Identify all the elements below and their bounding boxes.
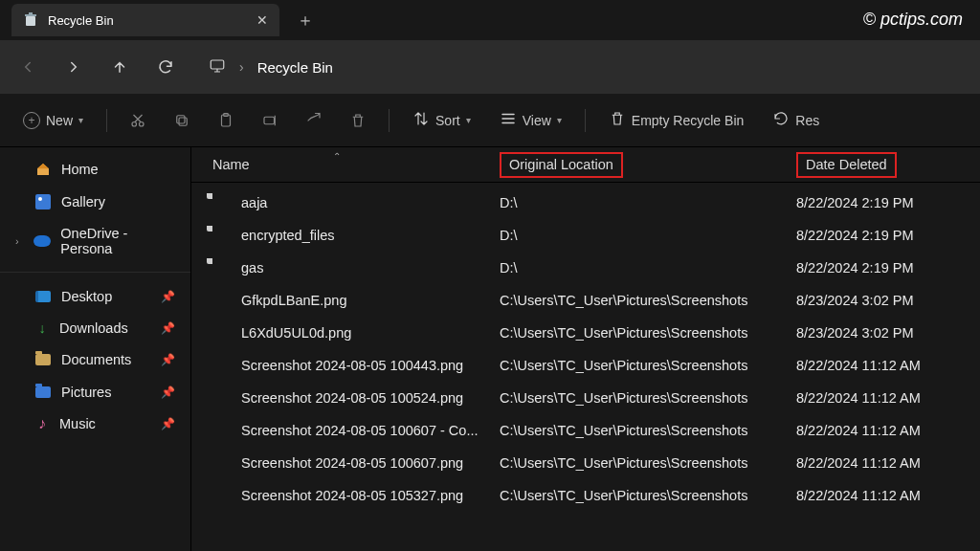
svg-rect-6 bbox=[179, 118, 187, 125]
sidebar-item-label: Documents bbox=[61, 352, 131, 367]
rename-button[interactable] bbox=[253, 106, 287, 135]
column-header-location[interactable]: Original Location bbox=[500, 157, 796, 172]
view-button[interactable]: View ▾ bbox=[490, 104, 571, 136]
refresh-button[interactable] bbox=[155, 56, 176, 77]
pin-icon: 📌 bbox=[161, 290, 175, 303]
sidebar-item-desktop[interactable]: Desktop 📌 bbox=[0, 280, 190, 313]
tab-bar: Recycle Bin ✕ ＋ bbox=[0, 0, 980, 40]
file-icon bbox=[212, 226, 232, 245]
forward-button[interactable] bbox=[63, 56, 84, 77]
svg-rect-10 bbox=[264, 117, 275, 124]
file-icon bbox=[212, 291, 232, 310]
up-button[interactable] bbox=[109, 56, 130, 77]
close-tab-button[interactable]: ✕ bbox=[256, 12, 268, 28]
file-icon bbox=[212, 486, 232, 505]
separator bbox=[585, 109, 586, 132]
file-icon bbox=[212, 356, 232, 375]
copy-button[interactable] bbox=[165, 106, 199, 135]
file-icon bbox=[212, 388, 232, 408]
file-date: 8/22/2024 11:12 AM bbox=[796, 358, 959, 373]
new-button[interactable]: + New ▾ bbox=[13, 106, 93, 135]
empty-label: Empty Recycle Bin bbox=[632, 113, 744, 128]
navigation-pane: Home Gallery › OneDrive - Persona Deskto… bbox=[0, 147, 191, 551]
file-row[interactable]: gasD:\8/22/2024 2:19 PM bbox=[191, 252, 980, 284]
file-row[interactable]: L6XdU5UL0d.pngC:\Users\TC_User\Pictures\… bbox=[191, 317, 980, 349]
pin-icon: 📌 bbox=[161, 386, 175, 399]
sort-icon bbox=[412, 110, 430, 130]
empty-recycle-bin-button[interactable]: Empty Recycle Bin bbox=[599, 104, 753, 136]
file-row[interactable]: aajaD:\8/22/2024 2:19 PM bbox=[191, 187, 980, 219]
cloud-icon bbox=[33, 232, 51, 250]
sort-label: Sort bbox=[435, 113, 460, 128]
sidebar-item-home[interactable]: Home bbox=[0, 153, 190, 186]
file-row[interactable]: GfkpdLBanE.pngC:\Users\TC_User\Pictures\… bbox=[191, 284, 980, 317]
file-row[interactable]: encrypted_filesD:\8/22/2024 2:19 PM bbox=[191, 219, 980, 252]
column-header-name[interactable]: Name ⌃ bbox=[212, 157, 500, 172]
sort-button[interactable]: Sort ▾ bbox=[403, 104, 480, 136]
file-location: C:\Users\TC_User\Pictures\Screenshots bbox=[500, 293, 796, 308]
tab-recycle-bin[interactable]: Recycle Bin ✕ bbox=[11, 4, 279, 36]
back-button[interactable] bbox=[17, 56, 38, 77]
sidebar-item-music[interactable]: ♪ Music 📌 bbox=[0, 408, 190, 439]
svg-rect-0 bbox=[26, 16, 35, 26]
plus-circle-icon: + bbox=[23, 112, 40, 129]
file-name: Screenshot 2024-08-05 105327.png bbox=[241, 488, 500, 503]
file-name: Screenshot 2024-08-05 100524.png bbox=[241, 390, 500, 406]
file-location: C:\Users\TC_User\Pictures\Screenshots bbox=[500, 390, 796, 406]
file-name: gas bbox=[241, 260, 500, 276]
cut-button[interactable] bbox=[121, 106, 155, 135]
file-date: 8/22/2024 11:12 AM bbox=[796, 455, 959, 471]
file-icon bbox=[212, 193, 232, 212]
desktop-icon bbox=[34, 288, 52, 305]
file-row[interactable]: Screenshot 2024-08-05 100607 - Co...C:\U… bbox=[191, 414, 980, 447]
chevron-down-icon: ▾ bbox=[557, 115, 562, 125]
file-name: Screenshot 2024-08-05 100607.png bbox=[241, 455, 500, 471]
separator bbox=[0, 272, 190, 273]
file-icon bbox=[212, 323, 232, 342]
file-name: L6XdU5UL0d.png bbox=[241, 325, 500, 341]
svg-rect-1 bbox=[25, 14, 36, 16]
downloads-icon: ↓ bbox=[34, 320, 50, 336]
svg-rect-7 bbox=[177, 115, 185, 122]
restore-label: Res bbox=[795, 113, 819, 128]
column-header-date[interactable]: Date Deleted bbox=[796, 157, 959, 172]
file-date: 8/22/2024 2:19 PM bbox=[796, 195, 959, 210]
command-bar: + New ▾ Sort ▾ View ▾ Empty Recycle Bin … bbox=[0, 94, 980, 147]
documents-icon bbox=[34, 351, 52, 368]
file-row[interactable]: Screenshot 2024-08-05 105327.pngC:\Users… bbox=[191, 479, 980, 512]
file-location: C:\Users\TC_User\Pictures\Screenshots bbox=[500, 358, 796, 373]
file-row[interactable]: Screenshot 2024-08-05 100607.pngC:\Users… bbox=[191, 447, 980, 479]
file-location: D:\ bbox=[500, 228, 796, 243]
paste-button[interactable] bbox=[209, 106, 243, 135]
view-icon bbox=[500, 110, 517, 130]
file-icon bbox=[212, 258, 232, 277]
sidebar-item-label: Home bbox=[61, 162, 99, 177]
content-area: Home Gallery › OneDrive - Persona Deskto… bbox=[0, 147, 980, 551]
file-name: Screenshot 2024-08-05 100607 - Co... bbox=[241, 423, 500, 438]
sidebar-item-pictures[interactable]: Pictures 📌 bbox=[0, 376, 190, 408]
restore-button[interactable]: Res bbox=[763, 104, 829, 136]
sidebar-item-label: Music bbox=[59, 416, 96, 431]
sidebar-item-documents[interactable]: Documents 📌 bbox=[0, 343, 190, 376]
sidebar-item-gallery[interactable]: Gallery bbox=[0, 186, 190, 218]
file-name: GfkpdLBanE.png bbox=[241, 293, 500, 308]
pin-icon: 📌 bbox=[161, 321, 175, 335]
file-date: 8/22/2024 11:12 AM bbox=[796, 423, 959, 438]
gallery-icon bbox=[34, 193, 52, 210]
new-label: New bbox=[46, 113, 73, 128]
file-icon bbox=[212, 453, 232, 473]
svg-rect-2 bbox=[29, 12, 33, 14]
file-row[interactable]: Screenshot 2024-08-05 100443.pngC:\Users… bbox=[191, 349, 980, 382]
separator bbox=[389, 109, 390, 132]
delete-button[interactable] bbox=[341, 106, 375, 135]
expand-icon[interactable]: › bbox=[15, 235, 24, 247]
share-button[interactable] bbox=[297, 106, 331, 135]
sidebar-item-onedrive[interactable]: › OneDrive - Persona bbox=[0, 218, 190, 264]
column-label: Original Location bbox=[500, 152, 623, 178]
svg-rect-3 bbox=[211, 60, 224, 69]
address-bar[interactable]: › Recycle Bin bbox=[209, 57, 963, 77]
trash-icon bbox=[609, 110, 626, 130]
file-row[interactable]: Screenshot 2024-08-05 100524.pngC:\Users… bbox=[191, 382, 980, 414]
new-tab-button[interactable]: ＋ bbox=[287, 5, 323, 35]
sidebar-item-downloads[interactable]: ↓ Downloads 📌 bbox=[0, 313, 190, 343]
